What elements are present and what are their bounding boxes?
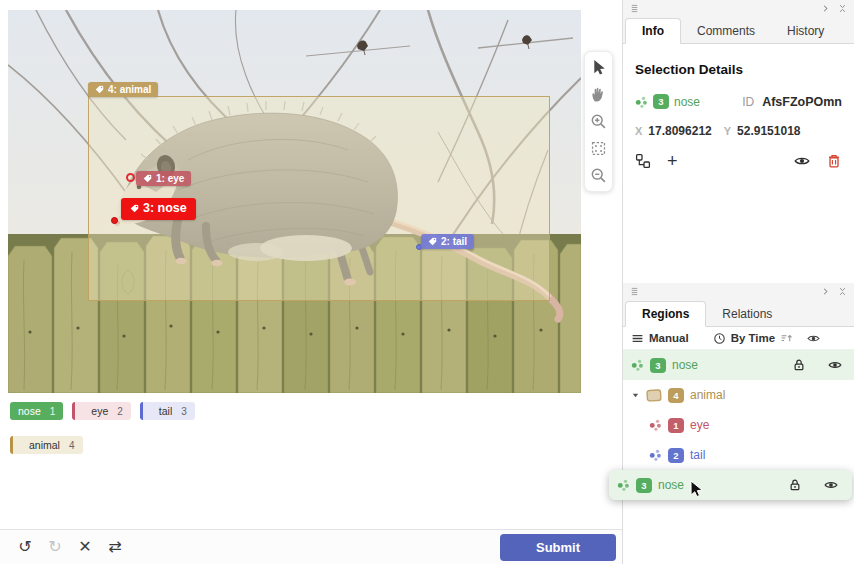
region-id-value: AfsFZoPOmn — [762, 95, 842, 109]
y-coordinate-value[interactable]: 52.9151018 — [737, 124, 800, 138]
region-label: eye — [690, 418, 709, 432]
regions-panel: Regions Relations Manual By Time 3 nose — [623, 283, 854, 470]
label-chip-animal[interactable]: animal 4 — [10, 436, 83, 454]
chip-label: animal — [29, 439, 60, 451]
keypoints-icon — [649, 448, 662, 462]
region-index-badge: 4 — [668, 388, 684, 403]
region-index-badge: 2 — [668, 448, 684, 463]
selection-details-title: Selection Details — [635, 62, 842, 77]
sort-order-icon[interactable] — [780, 332, 793, 345]
region-row-tail[interactable]: 2 tail — [623, 440, 854, 470]
y-axis-label: Y — [724, 125, 731, 137]
expand-triangle-icon[interactable] — [631, 391, 640, 400]
group-mode-label[interactable]: Manual — [649, 332, 689, 344]
animal-region-label[interactable]: 4: animal — [88, 82, 158, 97]
fit-to-screen-tool-icon[interactable] — [590, 140, 607, 157]
label-studio-app: 4: animal 1: eye 3: nose 2: tail — [0, 0, 854, 564]
group-by-icon[interactable] — [631, 332, 644, 345]
toggle-visibility-icon[interactable] — [794, 153, 810, 169]
nose-tag-text: 3: nose — [143, 202, 187, 216]
x-coordinate-value[interactable]: 17.8096212 — [648, 124, 711, 138]
toggle-all-visibility-icon[interactable] — [807, 332, 820, 345]
main-canvas-area: 4: animal 1: eye 3: nose 2: tail — [0, 0, 622, 564]
region-id-label: ID — [742, 95, 754, 109]
info-panel: Info Comments History Selection Details … — [623, 0, 854, 170]
tag-icon — [428, 237, 437, 246]
keypoints-icon — [635, 95, 648, 109]
region-label: nose — [674, 95, 700, 109]
select-tool-icon[interactable] — [590, 59, 607, 76]
chip-hotkey: 4 — [69, 440, 75, 451]
delete-region-icon[interactable] — [826, 153, 842, 169]
tab-regions[interactable]: Regions — [625, 301, 706, 327]
annotated-image[interactable]: 4: animal 1: eye 3: nose 2: tail — [8, 10, 581, 393]
tab-comments[interactable]: Comments — [681, 19, 771, 43]
keypoints-icon — [649, 418, 662, 432]
zoom-in-tool-icon[interactable] — [590, 113, 607, 130]
selection-details-body: Selection Details 3 nose ID AfsFZoPOmn X… — [623, 44, 854, 170]
info-panel-tabs: Info Comments History — [623, 17, 854, 44]
chip-accent-bar — [10, 436, 13, 454]
collapse-panel-icon[interactable] — [837, 3, 848, 14]
eye-tag-text: 1: eye — [156, 173, 184, 184]
drag-handle-icon[interactable] — [629, 286, 640, 297]
label-chip-nose[interactable]: nose 1 — [10, 402, 63, 420]
label-chip-tail[interactable]: tail 3 — [140, 402, 195, 420]
canvas-tool-palette — [584, 51, 613, 192]
chip-hotkey: 3 — [181, 406, 187, 417]
zoom-out-tool-icon[interactable] — [590, 167, 607, 184]
animal-tag-text: 4: animal — [108, 84, 151, 95]
coordinates-row: X 17.8096212 Y 52.9151018 — [635, 124, 842, 138]
keypoints-icon — [617, 478, 630, 492]
tag-icon — [130, 204, 139, 213]
eye-icon[interactable] — [828, 358, 842, 372]
collapse-panel-icon[interactable] — [837, 286, 848, 297]
eye-region-label[interactable]: 1: eye — [136, 171, 191, 186]
detach-panel-icon[interactable] — [820, 286, 831, 297]
region-label: animal — [690, 388, 725, 402]
reset-icon[interactable]: ✕ — [70, 539, 100, 555]
create-relation-icon[interactable] — [635, 153, 651, 169]
chip-accent-bar — [72, 402, 75, 420]
tab-info[interactable]: Info — [625, 18, 681, 44]
pan-tool-icon[interactable] — [590, 86, 607, 103]
chip-label: eye — [91, 405, 108, 417]
keypoints-icon — [631, 358, 644, 372]
regions-panel-tabs: Regions Relations — [623, 300, 854, 327]
nose-keypoint[interactable] — [111, 217, 118, 224]
tail-region-label[interactable]: 2: tail — [421, 234, 474, 249]
eye-keypoint[interactable] — [126, 173, 135, 182]
region-row-eye[interactable]: 1 eye — [623, 410, 854, 440]
lock-icon[interactable] — [788, 478, 802, 492]
label-chips-row-2: animal 4 — [10, 436, 83, 454]
label-chips-row: nose 1 eye 2 tail 3 — [10, 402, 195, 420]
lock-icon[interactable] — [792, 358, 806, 372]
label-chip-eye[interactable]: eye 2 — [72, 402, 131, 420]
dragged-region-row-nose[interactable]: 3 nose — [609, 470, 852, 500]
region-row-animal[interactable]: 4 animal — [623, 380, 854, 410]
region-index-badge: 3 — [636, 478, 652, 493]
regions-toolbar: Manual By Time — [623, 327, 854, 350]
region-row-nose[interactable]: 3 nose — [623, 350, 854, 380]
submit-button[interactable]: Submit — [500, 534, 616, 561]
detach-panel-icon[interactable] — [820, 3, 831, 14]
chip-hotkey: 1 — [50, 406, 56, 417]
region-label: nose — [658, 478, 684, 492]
tab-history[interactable]: History — [771, 19, 840, 43]
swap-arrows-icon[interactable]: ⇄ — [100, 539, 130, 555]
redo-icon[interactable]: ↻ — [40, 539, 70, 555]
eye-icon[interactable] — [824, 478, 838, 492]
clock-icon[interactable] — [713, 332, 726, 345]
region-list: 3 nose 4 animal 1 eye — [623, 350, 854, 470]
undo-icon[interactable]: ↺ — [10, 539, 40, 555]
drag-handle-icon[interactable] — [629, 3, 640, 14]
tab-relations[interactable]: Relations — [706, 302, 788, 326]
chip-label: nose — [18, 405, 41, 417]
add-icon[interactable]: + — [667, 152, 678, 170]
sort-mode-label[interactable]: By Time — [731, 332, 776, 344]
region-index-badge: 1 — [668, 418, 684, 433]
chip-label: tail — [159, 405, 172, 417]
chip-hotkey: 2 — [117, 406, 123, 417]
nose-region-label[interactable]: 3: nose — [121, 198, 196, 220]
annotation-overlay: 4: animal 1: eye 3: nose 2: tail — [8, 10, 581, 393]
